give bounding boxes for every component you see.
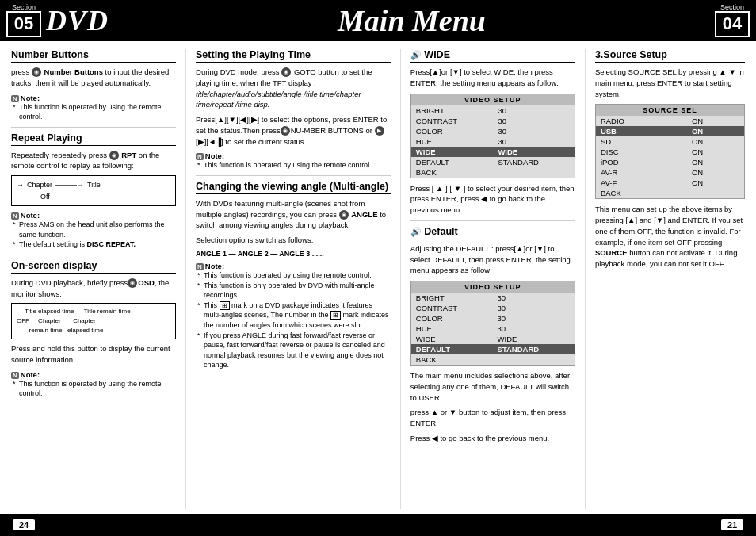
- note-icon-4: N: [196, 153, 204, 160]
- num-note-block: NNote: This function is operated by usin…: [11, 93, 176, 122]
- multi-note-3: This ⊞ mark on a DVD package indicates i…: [204, 301, 391, 331]
- wide-icon: 🔊: [410, 50, 422, 59]
- ss-ipod-row: iPOD ON: [595, 157, 744, 167]
- num-icon2: ◉: [281, 126, 290, 136]
- ss-back-label: BACK: [595, 188, 744, 199]
- multi-note-2: This function is only operated by DVD wi…: [204, 281, 391, 301]
- ss-ipod-value: ON: [687, 157, 745, 167]
- ss-usb-value: ON: [687, 126, 745, 136]
- osd-note-1: This function is operated by using the r…: [19, 379, 176, 399]
- default-text4: Press ◀ to go back to the previous menu.: [410, 433, 575, 444]
- video-setup-default-table: VIDEO SETUP BRIGHT 30 CONTRAST 30 COLOR …: [410, 281, 575, 366]
- osd-heading: On-screen display: [11, 260, 176, 274]
- vs-def-color-row: COLOR 30: [410, 313, 575, 324]
- osd-icon: ◉: [128, 278, 137, 288]
- ss-avf-label: AV-F: [595, 178, 687, 188]
- page-right: 21: [721, 519, 743, 530]
- ss-usb-row: USB ON: [595, 126, 744, 136]
- section-left-wrap: Section 05: [6, 4, 41, 36]
- section-left-label: Section: [12, 4, 36, 11]
- vs-def-contrast-row: CONTRAST 30: [410, 303, 575, 313]
- ss-radio-value: ON: [687, 116, 745, 126]
- wide-text1: Press[▲]or [▼] to select WIDE, then pres…: [410, 67, 575, 89]
- header: Section 05 DVD Main Menu Section 04: [0, 0, 756, 41]
- multi-text1: With DVDs featuring multi-angle (scenes …: [196, 198, 391, 231]
- vs-wide-back-label: BACK: [410, 167, 575, 178]
- ss-avr-value: ON: [687, 167, 745, 178]
- vs-wide-hue-row: HUE 30: [410, 136, 575, 147]
- ss-radio-label: RADIO: [595, 116, 687, 126]
- ss-disc-row: DISC ON: [595, 147, 744, 157]
- title-label: Title: [87, 179, 101, 190]
- wide-heading-text: WIDE: [424, 49, 450, 60]
- ss-avf-value: ON: [687, 178, 745, 188]
- dvd-title: DVD: [46, 4, 109, 37]
- vs-def-default-row: DEFAULT STANDARD: [410, 344, 575, 354]
- ss-header: SOURCE SEL: [595, 105, 744, 117]
- vs-wide-default-label: DEFAULT: [410, 157, 493, 167]
- column-1: Number Buttons press ◉ Number Buttons to…: [11, 49, 176, 509]
- header-right: Section 04: [715, 4, 750, 36]
- chapter-label: Chapter: [27, 179, 52, 190]
- note-label-2: Note:: [21, 211, 40, 220]
- section-right-label: Section: [720, 4, 744, 11]
- default-text3: press ▲ or ▼ button to adjust item, then…: [410, 407, 575, 429]
- column-2: Setting the Playing Time During DVD mode…: [196, 49, 391, 509]
- source-text1: Selecting SOURCE SEL by pressing ▲ ▼ in …: [595, 67, 745, 99]
- page-left: 24: [13, 519, 35, 530]
- playing-time-text1: During DVD mode, press ◉ GOTO button to …: [196, 67, 391, 110]
- default-icon: 🔊: [410, 227, 422, 236]
- rpt-icon: ◉: [109, 151, 119, 160]
- video-setup-wide-table: VIDEO SETUP BRIGHT 30 CONTRAST 30 COLOR …: [410, 94, 575, 178]
- multi-heading: Changing the viewing angle (Multi-angle): [196, 181, 391, 194]
- column-3: 🔊 WIDE Press[▲]or [▼] to select WIDE, th…: [410, 49, 575, 509]
- header-left: Section 05 DVD: [6, 4, 109, 37]
- repeat-diagram-row1: → Chapter ———→ Title: [17, 179, 170, 190]
- osd-text: During DVD playback, briefly press◉OSD, …: [11, 278, 176, 300]
- vs-def-contrast-label: CONTRAST: [410, 303, 492, 313]
- source-heading: 3.Source Setup: [595, 49, 745, 63]
- ss-sd-row: SD ON: [595, 136, 744, 147]
- vs-def-default-label: DEFAULT: [410, 344, 492, 354]
- vs-wide-default-value: STANDARD: [493, 157, 575, 167]
- num-note-1: This function is operated by using the r…: [19, 102, 176, 122]
- note-icon-1: N: [11, 95, 19, 102]
- wide-text2: Press [ ▲ ] [ ▼ ] to select your desired…: [410, 183, 575, 216]
- vs-wide-color-row: COLOR 30: [410, 126, 575, 136]
- vs-def-color-label: COLOR: [410, 313, 492, 324]
- arrow-right-1: →: [17, 179, 24, 190]
- footer: 24 21: [0, 514, 756, 536]
- default-heading: 🔊 Default: [410, 226, 575, 239]
- note-icon-5: N: [196, 263, 204, 270]
- osd-text2: Press and hold this button to display th…: [11, 343, 176, 366]
- main-menu-title: Main Menu: [109, 3, 715, 38]
- vs-wide-header: VIDEO SETUP: [410, 94, 575, 105]
- note-label-4: Note:: [205, 151, 224, 160]
- repeat-text: Repeatedly repeatedly press ◉ RPT on the…: [11, 150, 176, 172]
- source-sel-table: SOURCE SEL RADIO ON USB ON SD ON DISC ON…: [595, 104, 745, 199]
- ss-radio-row: RADIO ON: [595, 116, 744, 126]
- divider-1: [11, 127, 176, 128]
- vs-wide-bright-value: 30: [493, 105, 575, 116]
- playing-time-heading: Setting the Playing Time: [196, 49, 391, 63]
- vs-wide-default-row: DEFAULT STANDARD: [410, 157, 575, 167]
- col-divider-1: [185, 49, 186, 509]
- vs-def-wide-label: WIDE: [410, 334, 492, 344]
- repeat-heading: Repeat Playing: [11, 132, 176, 146]
- osd-note-block: NNote: This function is operated by usin…: [11, 369, 176, 399]
- ss-ipod-label: iPOD: [595, 157, 687, 167]
- playing-note-1: This function is operated by using the r…: [204, 160, 391, 170]
- multi-note-1: This function is operated by using the r…: [204, 270, 391, 281]
- vs-wide-color-value: 30: [493, 126, 575, 136]
- section-right-number: 04: [715, 11, 750, 36]
- play-icon: ▶: [375, 126, 384, 136]
- vs-wide-hue-label: HUE: [410, 136, 493, 147]
- vs-wide-bright-label: BRIGHT: [410, 105, 493, 116]
- ss-avr-row: AV-R ON: [595, 167, 744, 178]
- num-buttons-heading: Number Buttons: [11, 49, 176, 63]
- ss-sd-value: ON: [687, 136, 745, 147]
- vs-def-header-row: VIDEO SETUP: [410, 281, 575, 293]
- ss-avr-label: AV-R: [595, 167, 687, 178]
- default-heading-text: Default: [424, 226, 457, 237]
- vs-wide-bright-row: BRIGHT 30: [410, 105, 575, 116]
